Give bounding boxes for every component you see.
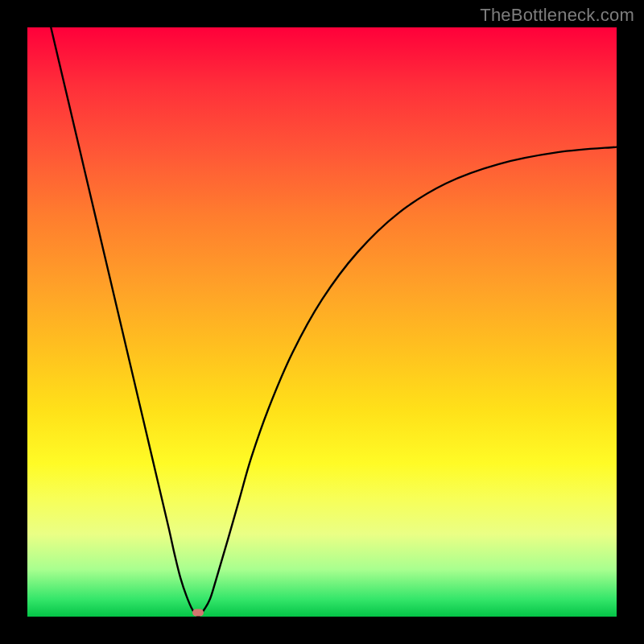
plot-area (27, 27, 617, 617)
watermark-text: TheBottleneck.com (480, 5, 634, 26)
curve-svg (27, 27, 617, 617)
min-marker (192, 609, 204, 617)
bottleneck-curve (51, 27, 617, 616)
chart-frame: TheBottleneck.com (0, 0, 644, 644)
